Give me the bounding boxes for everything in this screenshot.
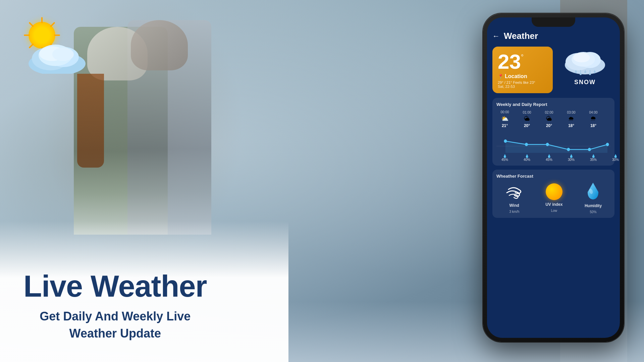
svg-line-7 <box>30 23 33 26</box>
precip-item-5: 💧 30% <box>607 154 620 162</box>
forecast-humidity: Humidity 50% <box>585 182 602 214</box>
forecast-row: Wind 3 km/h UV index Low <box>496 182 610 214</box>
phone-mockup: ← Weather 23 ° 📍 Location 29° <box>483 13 624 342</box>
hour-item-5: 05:00 🌧 20° <box>607 111 610 128</box>
hour-temp-4: 18° <box>590 123 596 128</box>
back-button[interactable]: ← <box>492 32 500 41</box>
location-icon: 📍 <box>498 74 503 79</box>
hour-icon-2: 🌥 <box>546 115 552 122</box>
cloud-icon <box>27 37 87 75</box>
svg-point-36 <box>606 143 609 146</box>
hour-time-1: 01:00 <box>523 111 531 114</box>
precip-item-4: 💧 35% <box>585 154 602 162</box>
location-label: Location <box>505 73 527 79</box>
phone-notch <box>532 17 575 27</box>
precip-row: 💧 45% 💧 40% 💧 45% 💧 <box>496 154 610 162</box>
text-section: Live Weather Get Daily And Weekly LiveWe… <box>23 271 207 342</box>
svg-point-35 <box>588 148 591 151</box>
hour-time-3: 03:00 <box>567 111 575 114</box>
weekly-title: Weekly and Daily Report <box>496 102 610 107</box>
precip-val-4: 35% <box>590 158 597 162</box>
snow-cloud-icon <box>563 47 607 77</box>
svg-point-13 <box>52 48 74 61</box>
drop-icon-4: 💧 <box>591 154 595 158</box>
drop-icon-1: 💧 <box>525 154 529 158</box>
snow-label: SNOW <box>574 79 596 86</box>
drop-icon-0: 💧 <box>503 154 507 158</box>
hour-icon-1: 🌥 <box>524 115 530 122</box>
precip-item-0: 💧 45% <box>496 154 513 162</box>
svg-point-33 <box>546 143 549 146</box>
drop-icon-2: 💧 <box>547 154 551 158</box>
svg-point-31 <box>504 139 507 143</box>
forecast-wind: Wind 3 km/h <box>505 183 524 214</box>
hour-temp-3: 18° <box>568 123 574 128</box>
hour-item-1: 01:00 🌥 20° <box>519 111 535 128</box>
precip-val-5: 30% <box>612 158 619 162</box>
hour-icon-3: 🌧 <box>568 115 574 122</box>
weather-icon-topleft <box>17 13 91 80</box>
chart-area <box>496 133 610 153</box>
precip-item-2: 💧 45% <box>541 154 557 162</box>
degree-symbol: ° <box>521 53 524 61</box>
snow-panel: SNOW <box>555 47 614 87</box>
uv-label: UV index <box>545 202 562 207</box>
svg-marker-30 <box>505 141 607 153</box>
hour-item-3: 03:00 🌧 18° <box>563 111 580 128</box>
forecast-title: Wheather Forcast <box>496 174 610 179</box>
precip-val-2: 45% <box>546 158 552 162</box>
precip-item-1: 💧 40% <box>519 154 535 162</box>
hour-item-2: 02:00 🌥 20° <box>541 111 557 128</box>
precip-val-1: 40% <box>524 158 530 162</box>
humidity-label: Humidity <box>585 203 602 208</box>
humidity-icon <box>586 182 601 201</box>
app-header: ← Weather <box>492 31 614 41</box>
hour-temp-2: 20° <box>546 123 552 128</box>
svg-line-1 <box>51 23 54 26</box>
humidity-value: 50% <box>590 210 597 214</box>
drop-icon-3: 💧 <box>569 154 573 158</box>
precip-val-0: 45% <box>501 158 508 162</box>
hour-icon-4: 🌨 <box>590 115 596 122</box>
subtitle: Get Daily And Weekly LiveWeather Update <box>23 308 207 342</box>
date-text: Sat, 22-53 <box>498 84 547 88</box>
svg-point-18 <box>573 53 590 62</box>
hour-temp-1: 20° <box>524 123 530 128</box>
hour-icon-0: ⛅ <box>501 115 508 122</box>
forecast-section: Wheather Forcast Wind 3 km/h <box>492 170 614 218</box>
hourly-row: 00:00 ⛅ 21° 01:00 🌥 20° 02:00 🌥 20 <box>496 110 610 130</box>
phone-outer: ← Weather 23 ° 📍 Location 29° <box>483 13 624 342</box>
temp-feels-like: 29° / 21° Feels like 23° <box>498 80 547 84</box>
phone-content: ← Weather 23 ° 📍 Location 29° <box>487 17 620 338</box>
precip-val-3: 30% <box>568 158 575 162</box>
svg-point-32 <box>525 143 528 146</box>
temperature-value: 23 <box>498 51 521 72</box>
phone-screen: ← Weather 23 ° 📍 Location 29° <box>487 17 620 338</box>
precip-item-3: 💧 30% <box>563 154 580 162</box>
app-title: Weather <box>504 31 538 41</box>
uv-sphere-icon <box>546 183 562 200</box>
hour-item-4: 04:00 🌨 18° <box>585 111 602 128</box>
wind-label: Wind <box>509 203 519 208</box>
svg-point-34 <box>567 148 570 151</box>
current-weather-card: 23 ° 📍 Location 29° / 21° Feels like 23°… <box>492 47 614 93</box>
hour-item-0: 00:00 ⛅ 21° <box>496 110 513 128</box>
hour-time-0: 00:00 <box>500 110 509 114</box>
forecast-uv: UV index Low <box>545 183 562 213</box>
drop-icon-5: 💧 <box>613 154 618 158</box>
uv-value: Low <box>551 209 557 213</box>
wind-icon <box>505 183 524 201</box>
wind-value: 3 km/h <box>509 210 519 214</box>
hour-time-4: 04:00 <box>589 111 597 114</box>
weekly-section: Weekly and Daily Report 00:00 ⛅ 21° 01:0… <box>492 98 614 166</box>
hour-time-2: 02:00 <box>545 111 553 114</box>
hour-temp-0: 21° <box>502 123 508 128</box>
main-title: Live Weather <box>23 271 207 301</box>
temperature-card: 23 ° 📍 Location 29° / 21° Feels like 23°… <box>492 47 553 93</box>
